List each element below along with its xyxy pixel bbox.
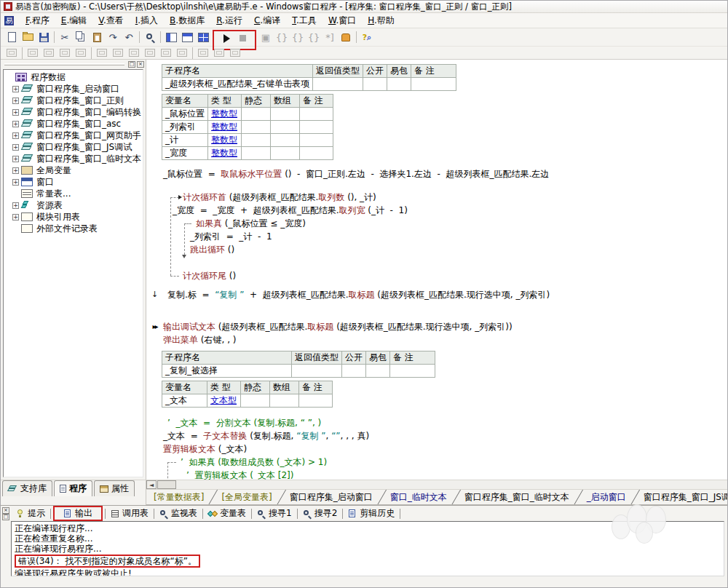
same-height-button[interactable] [142,47,158,58]
code-line[interactable]: _鼠标位置 = 取鼠标水平位置 () - 窗口_正则.左边 - 选择夹1.左边 … [146,167,727,180]
step-into-button[interactable]: {} [290,30,306,44]
space-v-button[interactable] [174,47,190,58]
sidebar-close-button[interactable]: × [137,61,144,68]
tree-item[interactable]: +窗口程序集_启动窗口 [5,83,143,95]
new-file-button[interactable] [4,30,20,44]
table-cell[interactable]: _宽度 [162,147,208,160]
table-cell[interactable] [271,134,300,147]
space-h-button[interactable] [158,47,174,58]
tree-item[interactable]: +窗口 [5,176,143,188]
center-h-button[interactable] [94,47,110,58]
layout-left-pane-button[interactable] [163,30,179,44]
table-cell[interactable] [300,121,333,134]
code-line[interactable]: 弹出菜单 (右键, , ) [146,333,727,346]
table-cell[interactable]: 整数型 [208,108,242,121]
table-cell[interactable]: _鼠标位置 [162,108,208,121]
code-line[interactable]: 如果真 (_鼠标位置 ≤ _宽度) [146,217,727,230]
code-line[interactable]: _文本 = 子文本替换 (复制.标题, “复制 ”, “”, , , 真) [146,429,727,442]
code-line[interactable]: _列索引 = _计 - 1 [146,230,727,243]
tree-item[interactable]: +全局变量 [5,164,143,176]
tree-item[interactable]: +窗口程序集_窗口_临时文本 [5,153,143,164]
output-restore-button[interactable]: □ [2,514,9,520]
cut-button[interactable]: ✂ [57,30,73,44]
align-left-button[interactable] [25,47,41,58]
menu-item-H[interactable]: H.帮助 [362,14,400,27]
align-bottom-button[interactable] [73,47,89,58]
table-cell[interactable]: 整数型 [208,121,242,134]
table-cell[interactable]: 整数型 [208,134,242,147]
debug-window-button[interactable]: ▣ [258,30,274,44]
table-cell[interactable] [342,365,366,378]
table-cell[interactable] [242,147,271,160]
output-tab-调用表[interactable]: 调用表 [106,506,154,520]
table-cell[interactable]: _文本 [162,394,207,408]
table-cell[interactable] [300,134,333,147]
tree-expand-toggle[interactable]: + [12,86,19,92]
table-cell[interactable]: 整数型 [208,147,242,160]
table-cell[interactable] [271,147,300,160]
help-search-button[interactable]: ?⌕ [359,30,375,44]
code-line[interactable]: ↓复制.标 = “复制 ” + 超级列表框_匹配结果.取标题 (超级列表框_匹配… [146,288,727,301]
output-tab-搜寻1[interactable]: 搜寻1 [252,506,297,520]
table-cell[interactable]: _计 [162,134,208,147]
code-line[interactable]: _宽度 = _宽度 + 超级列表框_匹配结果.取列宽 (_计 - 1) [146,204,727,217]
sidebar-tab-支持库[interactable]: 支持库 [2,480,52,496]
table-cell[interactable] [390,365,435,378]
code-line[interactable]: 跳出循环 () [146,243,727,256]
find-button[interactable] [142,30,158,44]
table-cell[interactable] [241,394,270,408]
tree-item[interactable]: 外部文件记录表 [5,223,143,234]
stop-button[interactable] [234,31,250,46]
table-cell[interactable] [300,108,333,121]
output-close-button[interactable]: × [2,507,9,514]
layout-top-pane-button[interactable] [179,30,195,44]
run-button[interactable] [218,31,234,46]
doc-tab[interactable]: 窗口_临时文本 [386,490,460,505]
table-cell[interactable] [242,121,271,134]
table-cell[interactable] [313,78,363,91]
tree-item[interactable]: +窗口程序集_窗口_网页助手 [5,130,143,141]
menu-item-W[interactable]: W.窗口 [323,14,362,27]
table-cell[interactable]: _复制_被选择 [162,365,292,378]
doc-tab[interactable]: [常量数据表] [149,490,217,505]
table-cell[interactable] [366,365,390,378]
same-width-button[interactable] [126,47,142,58]
center-v-button[interactable] [110,47,126,58]
code-line[interactable] [146,256,727,269]
table-cell[interactable]: _列索引 [162,121,208,134]
sidebar-tab-程序[interactable]: 程序 [54,480,92,496]
table-cell[interactable] [242,108,271,121]
menu-item-R[interactable]: R.运行 [210,14,248,27]
table-cell[interactable] [271,108,300,121]
menu-item-B[interactable]: B.数据库 [164,14,210,27]
table-cell[interactable]: _超级列表框_匹配结果_右键单击表项 [162,78,313,91]
doc-tab[interactable]: [全局变量表] [217,490,285,505]
send-back-button[interactable] [227,47,243,58]
output-tab-剪辑历史[interactable]: 剪辑历史 [343,506,400,520]
code-line[interactable]: ’ 置剪辑板文本 (_文本 [2]) [146,469,727,480]
copy-button[interactable] [73,30,89,44]
tree-expand-toggle[interactable]: + [12,121,19,127]
tree-expand-toggle[interactable]: + [12,109,19,116]
doc-tab[interactable]: 窗口程序集_启动窗口 [285,490,386,505]
table-cell[interactable] [292,365,342,378]
output-tab-输出[interactable]: 输出 [53,506,103,521]
tree-item[interactable]: +窗口程序集_窗口_正则 [5,95,143,106]
tree-item[interactable]: +模块引用表 [5,211,143,223]
code-line[interactable]: 计次循环尾 () [146,269,727,282]
tree-item[interactable]: +窗口程序集_窗口_JS调试 [5,141,143,153]
scroll-thumb[interactable] [157,480,176,489]
pause-button[interactable] [338,30,354,44]
table-cell[interactable] [387,78,411,91]
doc-tab[interactable]: 窗口程序集_窗口_JS调试 [639,490,727,505]
table-cell[interactable] [270,394,299,408]
tree-root[interactable]: 程序数据 [5,71,143,83]
tree-expand-toggle[interactable]: + [12,214,19,220]
tree-item[interactable]: 常量表... [5,188,143,199]
table-cell[interactable] [363,78,387,91]
tree-expand-toggle[interactable]: + [12,144,19,151]
size-to-fit-button[interactable] [195,47,211,58]
layout-grid-pane-button[interactable] [195,30,211,44]
table-cell[interactable] [411,78,456,91]
code-line[interactable]: ’ 如果真 (取数组成员数 (_文本) > 1) [146,456,727,469]
